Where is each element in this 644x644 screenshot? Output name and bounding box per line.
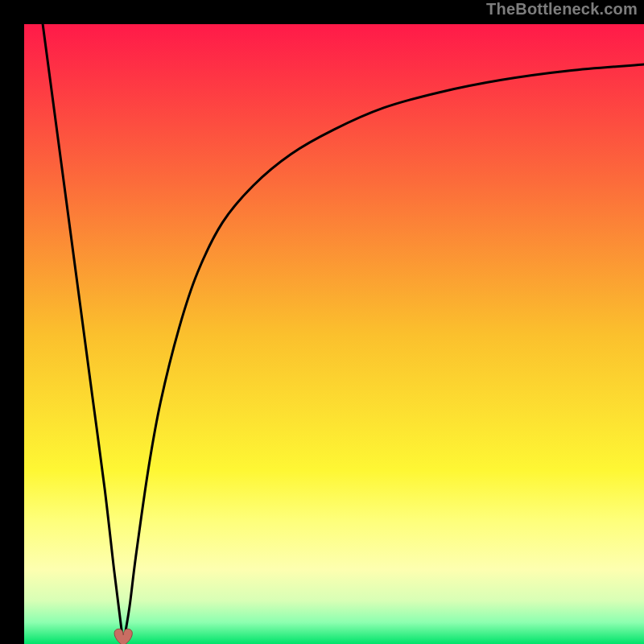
svg-rect-0 [24,24,644,644]
plot-area [24,24,644,644]
watermark-text: TheBottleneck.com [486,0,638,19]
chart-frame [12,12,632,632]
background-gradient [24,24,644,644]
